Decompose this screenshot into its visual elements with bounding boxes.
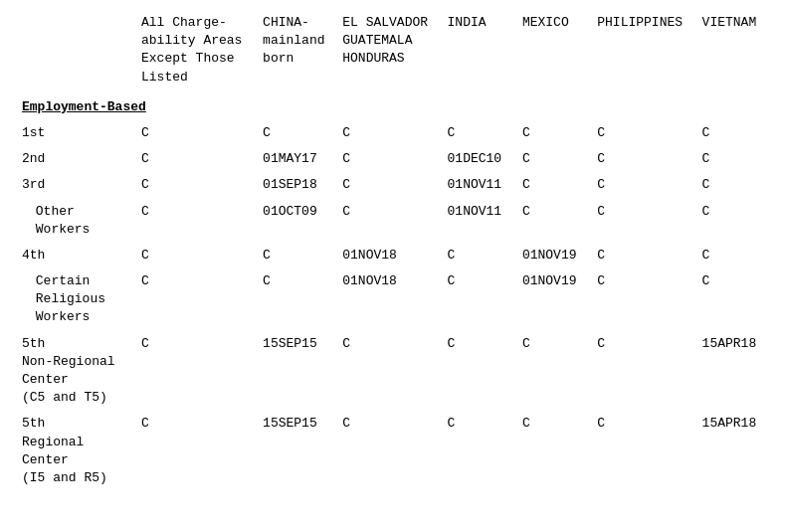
- col-header-mexico: MEXICO: [516, 10, 591, 90]
- col-header-china: CHINA- mainland born: [257, 10, 336, 90]
- cell-2-5: C: [591, 172, 695, 198]
- cell-4-3: C: [442, 243, 516, 268]
- cell-7-5: C: [591, 411, 695, 491]
- cell-3-4: C: [516, 199, 591, 243]
- table-row: 5th Non-Regional Center (C5 and T5)C15SE…: [16, 331, 771, 412]
- cell-6-6: 15APR18: [696, 331, 771, 412]
- cell-2-2: C: [336, 172, 441, 198]
- table-row: 1stCCCCCCC: [16, 120, 771, 146]
- cell-6-0: C: [135, 331, 257, 412]
- cell-2-4: C: [516, 172, 591, 198]
- row-label-7: 5th Regional Center (I5 and R5): [16, 411, 135, 491]
- cell-0-0: C: [135, 120, 257, 146]
- cell-3-1: 01OCT09: [257, 199, 336, 243]
- cell-1-5: C: [591, 146, 695, 172]
- cell-7-6: 15APR18: [696, 411, 771, 491]
- row-label-1: 2nd: [16, 146, 135, 172]
- cell-4-0: C: [135, 243, 257, 268]
- row-label-4: 4th: [16, 243, 135, 268]
- row-label-0: 1st: [16, 120, 135, 146]
- cell-2-3: 01NOV11: [442, 172, 516, 198]
- cell-5-3: C: [442, 268, 516, 331]
- cell-1-2: C: [336, 146, 441, 172]
- cell-6-1: 15SEP15: [257, 331, 336, 412]
- col-header-india: INDIA: [442, 10, 516, 90]
- cell-5-1: C: [257, 268, 336, 331]
- table-row: 5th Regional Center (I5 and R5)C15SEP15C…: [16, 411, 771, 491]
- table-row: Certain Religious WorkersCC01NOV18C01NOV…: [16, 268, 771, 331]
- table-row: 3rdC01SEP18C01NOV11CCC: [16, 172, 771, 198]
- cell-5-0: C: [135, 268, 257, 331]
- row-label-5: Certain Religious Workers: [16, 268, 135, 331]
- col-header-all_areas: All Charge- ability Areas Except Those L…: [135, 10, 257, 90]
- cell-3-6: C: [696, 199, 771, 243]
- cell-5-2: 01NOV18: [336, 268, 441, 331]
- table-row: Other WorkersC01OCT09C01NOV11CCC: [16, 199, 771, 243]
- col-header-vietnam: VIETNAM: [696, 10, 771, 90]
- cell-1-6: C: [696, 146, 771, 172]
- cell-1-4: C: [516, 146, 591, 172]
- col-header-philippines: PHILIPPINES: [591, 10, 695, 90]
- cell-1-1: 01MAY17: [257, 146, 336, 172]
- cell-4-6: C: [696, 243, 771, 268]
- cell-7-4: C: [516, 411, 591, 491]
- cell-2-1: 01SEP18: [257, 172, 336, 198]
- cell-6-2: C: [336, 331, 441, 412]
- cell-1-3: 01DEC10: [442, 146, 516, 172]
- visa-bulletin-table: All Charge- ability Areas Except Those L…: [16, 10, 771, 491]
- cell-3-0: C: [135, 199, 257, 243]
- cell-3-2: C: [336, 199, 441, 243]
- cell-3-5: C: [591, 199, 695, 243]
- cell-5-6: C: [696, 268, 771, 331]
- cell-6-4: C: [516, 331, 591, 412]
- cell-5-4: 01NOV19: [516, 268, 591, 331]
- cell-4-1: C: [257, 243, 336, 268]
- row-label-2: 3rd: [16, 172, 135, 198]
- cell-5-5: C: [591, 268, 695, 331]
- cell-4-2: 01NOV18: [336, 243, 441, 268]
- cell-7-1: 15SEP15: [257, 411, 336, 491]
- cell-3-3: 01NOV11: [442, 199, 516, 243]
- table-row: 4thCC01NOV18C01NOV19CC: [16, 243, 771, 268]
- cell-4-5: C: [591, 243, 695, 268]
- cell-6-5: C: [591, 331, 695, 412]
- col-header-el_salvador: EL SALVADOR GUATEMALA HONDURAS: [336, 10, 441, 90]
- cell-0-2: C: [336, 120, 441, 146]
- cell-1-0: C: [135, 146, 257, 172]
- cell-2-6: C: [696, 172, 771, 198]
- cell-0-5: C: [591, 120, 695, 146]
- cell-2-0: C: [135, 172, 257, 198]
- row-label-3: Other Workers: [16, 199, 135, 243]
- cell-0-4: C: [516, 120, 591, 146]
- table-row: 2ndC01MAY17C01DEC10CCC: [16, 146, 771, 172]
- cell-0-3: C: [442, 120, 516, 146]
- cell-0-1: C: [257, 120, 336, 146]
- row-label-6: 5th Non-Regional Center (C5 and T5): [16, 331, 135, 412]
- cell-7-0: C: [135, 411, 257, 491]
- cell-7-3: C: [442, 411, 516, 491]
- cell-4-4: 01NOV19: [516, 243, 591, 268]
- cell-6-3: C: [442, 331, 516, 412]
- cell-7-2: C: [336, 411, 441, 491]
- section-header: Employment-Based: [16, 90, 771, 120]
- cell-0-6: C: [696, 120, 771, 146]
